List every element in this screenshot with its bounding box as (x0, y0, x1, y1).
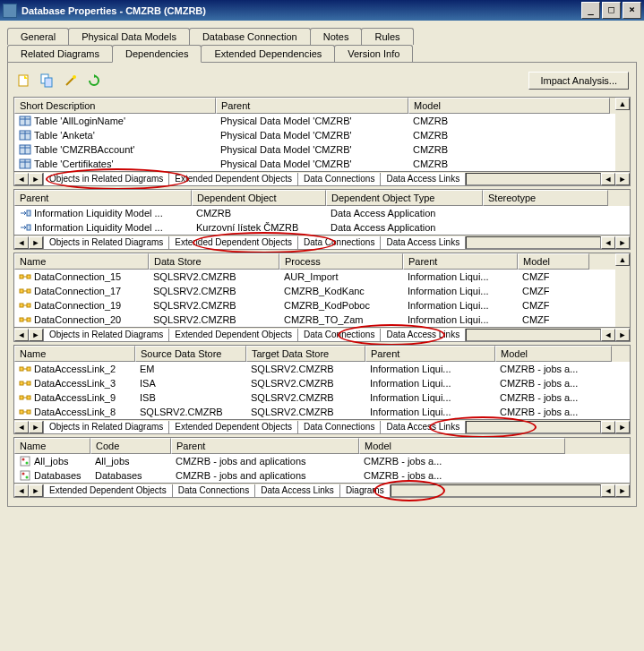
cell: CMZRB - jobs a... (359, 454, 565, 468)
table-row[interactable]: DataConnection_19SQLSRV2.CMZRBCMZRB_KodP… (14, 298, 615, 313)
tab-physical-data-models[interactable]: Physical Data Models (68, 28, 190, 45)
tab-related-diagrams[interactable]: Related Diagrams (7, 45, 113, 62)
table-row[interactable]: Information Liquidity Model ...Kurzovní … (14, 220, 630, 235)
impact-analysis-button[interactable]: Impact Analysis... (528, 72, 629, 90)
subtab[interactable]: Data Access Links (255, 484, 340, 497)
scroll-left[interactable]: ◄ (14, 173, 29, 185)
horizontal-scrollbar[interactable] (391, 484, 601, 497)
maximize-button[interactable]: □ (602, 2, 621, 19)
svg-point-3 (73, 75, 76, 79)
copy-icon[interactable] (39, 72, 56, 90)
refresh-icon[interactable] (85, 72, 103, 90)
subtab[interactable]: Extended Dependent Objects (169, 236, 298, 249)
col-code[interactable]: Code (90, 438, 171, 454)
horizontal-scrollbar[interactable] (466, 421, 601, 433)
tab-dependencies[interactable]: Dependencies (112, 45, 202, 63)
scroll-right[interactable]: ► (29, 173, 43, 185)
subtab[interactable]: Data Access Links (381, 236, 466, 249)
col-source-data-store[interactable]: Source Data Store (135, 346, 246, 362)
col-parent[interactable]: Parent (365, 346, 495, 362)
tab-general[interactable]: General (7, 28, 69, 45)
table-row[interactable]: DatabasesDatabasesCMZRB - jobs and aplic… (14, 468, 630, 483)
subtab[interactable]: Diagrams (340, 484, 391, 497)
subtab[interactable]: Data Connections (173, 484, 256, 497)
subtab[interactable]: Objects in Related Diagrams (43, 236, 169, 249)
cell: Data Access Application (326, 220, 483, 235)
scroll-right[interactable]: ► (29, 236, 43, 249)
col-model[interactable]: Model (495, 346, 612, 362)
subtab[interactable]: Extended Dependent Objects (169, 329, 298, 341)
grid-header: Short Description Parent Model (14, 98, 615, 114)
connection-icon (19, 270, 31, 283)
tab-rules[interactable]: Rules (361, 28, 413, 45)
table-row[interactable]: Information Liquidity Model ...CMZRBData… (14, 206, 630, 220)
col-parent[interactable]: Parent (216, 98, 408, 114)
tab-notes[interactable]: Notes (310, 28, 363, 45)
col-name[interactable]: Name (14, 346, 135, 362)
subtab[interactable]: Data Access Links (381, 329, 466, 341)
subtab[interactable]: Data Access Links (381, 421, 466, 433)
new-icon[interactable] (15, 72, 33, 90)
tab-version-info[interactable]: Version Info (334, 45, 413, 62)
col-parent[interactable]: Parent (14, 190, 192, 206)
col-process[interactable]: Process (279, 253, 403, 270)
scroll-left[interactable]: ◄ (14, 484, 29, 497)
col-stereotype[interactable]: Stereotype (483, 190, 608, 206)
table-row[interactable]: DataConnection_20SQLSRV2.CMZRBCMZRB_TO_Z… (14, 313, 615, 327)
tab-extended-dependencies[interactable]: Extended Dependencies (201, 45, 335, 62)
scroll-left[interactable]: ◄ (14, 329, 29, 341)
horizontal-scrollbar[interactable] (466, 329, 601, 341)
table-row[interactable]: Table 'CMZRBAccount'Physical Data Model … (14, 142, 615, 157)
subtab[interactable]: Extended Dependent Objects (169, 421, 298, 433)
horizontal-scrollbar[interactable] (466, 236, 601, 249)
subtab[interactable]: Data Connections (298, 236, 382, 249)
col-name[interactable]: Name (14, 438, 90, 454)
scroll-right[interactable]: ► (29, 421, 43, 433)
col-model[interactable]: Model (359, 438, 565, 454)
col-short-description[interactable]: Short Description (14, 98, 216, 114)
table-row[interactable]: Table 'AllLoginName'Physical Data Model … (14, 114, 615, 128)
col-data-store[interactable]: Data Store (149, 253, 279, 270)
subtab[interactable]: Objects in Related Diagrams (43, 421, 169, 433)
subtab[interactable]: Data Connections (298, 329, 382, 341)
subtab[interactable]: Data Connections (298, 173, 382, 185)
col-model[interactable]: Model (518, 253, 589, 270)
scroll-left[interactable]: ◄ (14, 421, 29, 433)
scroll-right[interactable]: ► (29, 329, 43, 341)
col-parent[interactable]: Parent (403, 253, 518, 270)
scroll-right[interactable]: ► (29, 484, 43, 497)
vertical-scrollbar[interactable]: ▲ (615, 98, 630, 171)
table-row[interactable]: DataAccessLink_9ISBSQLSRV2.CMZRBInformat… (14, 390, 630, 405)
svg-rect-30 (20, 367, 23, 371)
table-row[interactable]: DataAccessLink_2EMSQLSRV2.CMZRBInformati… (14, 362, 630, 376)
table-row[interactable]: Table 'Anketa'Physical Data Model 'CMZRB… (14, 128, 615, 142)
scroll-left[interactable]: ◄ (14, 236, 29, 249)
table-row[interactable]: DataConnection_17SQLSRV2.CMZRBCMZRB_KodK… (14, 284, 615, 298)
table-row[interactable]: All_jobsAll_jobsCMZRB - jobs and aplicat… (14, 454, 630, 468)
subtab[interactable]: Objects in Related Diagrams (43, 329, 169, 341)
horizontal-scrollbar[interactable] (466, 173, 601, 185)
col-name[interactable]: Name (14, 253, 149, 270)
col-dependent-object-type[interactable]: Dependent Object Type (326, 190, 483, 206)
table-row[interactable]: DataAccessLink_3ISASQLSRV2.CMZRBInformat… (14, 376, 630, 390)
close-button[interactable]: × (623, 2, 641, 19)
app-icon (3, 4, 17, 18)
table-row[interactable]: DataConnection_15SQLSRV2.CMZRBAUR_Import… (14, 270, 615, 284)
cell: Information Liqui... (365, 390, 495, 405)
subtab[interactable]: Objects in Related Diagrams (43, 173, 169, 185)
vertical-scrollbar[interactable]: ▲ (615, 253, 630, 327)
minimize-button[interactable]: _ (581, 2, 600, 19)
table-row[interactable]: Table 'Certifikates'Physical Data Model … (14, 157, 615, 171)
col-parent[interactable]: Parent (171, 438, 359, 454)
col-target-data-store[interactable]: Target Data Store (246, 346, 365, 362)
col-model[interactable]: Model (408, 98, 610, 114)
subtab[interactable]: Extended Dependent Objects (43, 484, 173, 497)
col-dependent-object[interactable]: Dependent Object (192, 190, 326, 206)
subtab[interactable]: Extended Dependent Objects (169, 173, 298, 185)
wizard-icon[interactable] (62, 72, 80, 90)
table-row[interactable]: DataAccessLink_8SQLSRV2.CMZRBSQLSRV2.CMZ… (14, 405, 630, 419)
subtab[interactable]: Data Connections (298, 421, 382, 433)
cell: Information Liqui... (365, 376, 495, 390)
tab-database-connection[interactable]: Database Connection (189, 28, 311, 45)
subtab[interactable]: Data Access Links (381, 173, 466, 185)
